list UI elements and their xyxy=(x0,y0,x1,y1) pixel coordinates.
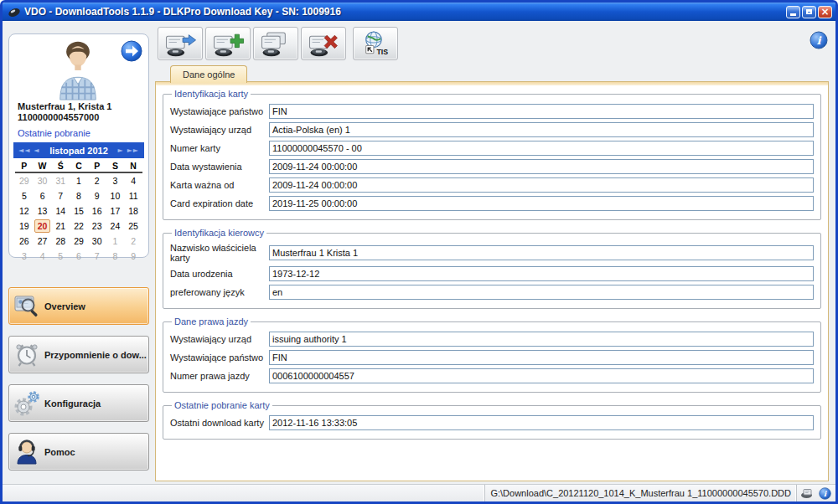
field-row: Nazwisko właściciela karty xyxy=(170,243,814,263)
window-title: VDO - DownloadTools 1.1.9 - DLKPro Downl… xyxy=(24,6,786,18)
field-row: Numer karty xyxy=(170,141,814,156)
calendar-day[interactable]: 1 xyxy=(107,234,124,248)
svg-text:TIS: TIS xyxy=(376,47,388,55)
calendar-day[interactable]: 21 xyxy=(52,219,69,233)
sidebar-button-konfiguracja[interactable]: Konfiguracja xyxy=(8,384,149,422)
field-input[interactable] xyxy=(269,159,814,174)
calendar-next-year-button[interactable]: ►► xyxy=(126,147,141,154)
calendar-day[interactable]: 25 xyxy=(125,219,142,233)
calendar-day-header: C xyxy=(70,159,88,173)
calendar-day[interactable]: 31 xyxy=(52,174,69,188)
field-label: Data urodzenia xyxy=(170,269,269,279)
minimize-button[interactable] xyxy=(786,6,800,18)
calendar-day[interactable]: 10 xyxy=(107,189,124,203)
calendar-day[interactable]: 15 xyxy=(70,204,87,218)
headset-person-icon xyxy=(9,438,44,466)
calendar-day[interactable]: 2 xyxy=(125,234,142,248)
tis-web-button[interactable]: TIS xyxy=(353,27,398,60)
calendar-day[interactable]: 30 xyxy=(89,234,106,248)
sidebar-button-pomoc[interactable]: Pomoc xyxy=(8,433,149,471)
maximize-button[interactable] xyxy=(802,6,816,18)
calendar-day[interactable]: 6 xyxy=(70,249,87,263)
field-input[interactable] xyxy=(269,285,814,300)
calendar-grid: PWŚCPSN293031123456789101112131415161718… xyxy=(13,158,144,265)
field-row: Wystawiające państwo xyxy=(170,104,814,119)
calendar-day[interactable]: 2 xyxy=(89,174,106,188)
close-button[interactable]: × xyxy=(818,6,832,18)
calendar-day[interactable]: 29 xyxy=(16,174,33,188)
field-input[interactable] xyxy=(269,245,814,260)
calendar-day[interactable]: 13 xyxy=(34,204,51,218)
open-driver-arrow-button[interactable] xyxy=(121,40,142,62)
calendar-day[interactable]: 23 xyxy=(89,219,106,233)
delete-card-button[interactable] xyxy=(301,27,346,60)
calendar-day[interactable]: 11 xyxy=(125,189,142,203)
driver-card-number: 1100000004557000 xyxy=(18,112,111,123)
sidebar-button-label: Overview xyxy=(44,301,85,311)
calendar-day[interactable]: 9 xyxy=(125,249,142,263)
field-row: Ostatni download karty xyxy=(170,415,814,430)
calendar-day[interactable]: 14 xyxy=(52,204,69,218)
field-input[interactable] xyxy=(269,415,814,430)
print-card-button[interactable] xyxy=(253,27,298,60)
calendar-day[interactable]: 7 xyxy=(52,189,69,203)
field-input[interactable] xyxy=(269,332,814,347)
calendar-day[interactable]: 24 xyxy=(107,219,124,233)
field-input[interactable] xyxy=(269,196,814,211)
download-key-icon xyxy=(800,487,814,499)
status-file-path: G:\Download\C_20121120_1014_K_Musterfrau… xyxy=(484,485,796,501)
calendar-day[interactable]: 19 xyxy=(16,219,33,233)
calendar-day[interactable]: 26 xyxy=(16,234,33,248)
calendar-day[interactable]: 3 xyxy=(16,249,33,263)
calendar-day[interactable]: 28 xyxy=(52,234,69,248)
field-input[interactable] xyxy=(269,350,814,365)
field-row: Wystawiający urząd xyxy=(170,122,814,137)
status-info-button[interactable]: i xyxy=(817,485,835,501)
sidebar-button-przypomnienie-o-dow[interactable]: Przypomnienie o dow... xyxy=(8,336,149,373)
calendar-next-month-button[interactable]: ► xyxy=(116,147,126,154)
calendar-prev-month-button[interactable]: ◄ xyxy=(32,147,41,154)
field-input[interactable] xyxy=(269,141,814,156)
calendar-day[interactable]: 29 xyxy=(70,234,87,248)
calendar-day[interactable]: 4 xyxy=(34,249,51,263)
field-row: Karta ważna od xyxy=(170,177,814,193)
calendar-day[interactable]: 9 xyxy=(89,189,106,203)
calendar-day[interactable]: 22 xyxy=(70,219,87,233)
globe-tis-icon: TIS xyxy=(359,30,392,58)
field-input[interactable] xyxy=(269,368,814,383)
add-card-button[interactable] xyxy=(205,27,251,60)
calendar-day[interactable]: 27 xyxy=(34,234,51,248)
calendar-prev-year-button[interactable]: ◄◄ xyxy=(17,147,32,154)
calendar-day[interactable]: 4 xyxy=(125,174,142,188)
calendar-header: ◄◄ ◄ listopad 2012 ► ►► xyxy=(13,142,144,158)
calendar-day[interactable]: 7 xyxy=(89,249,106,263)
section-legend: Identyfikacja karty xyxy=(172,89,251,99)
calendar-day[interactable]: 8 xyxy=(70,189,87,203)
calendar-day-header: W xyxy=(34,159,52,173)
sidebar-button-label: Konfiguracja xyxy=(44,399,101,409)
field-input[interactable] xyxy=(269,177,814,193)
section-dane-prawa-jazdy: Dane prawa jazdyWystawiający urządWystaw… xyxy=(163,316,821,393)
calendar-day[interactable]: 30 xyxy=(34,174,51,188)
download-card-button[interactable] xyxy=(158,27,203,60)
calendar-day[interactable]: 3 xyxy=(107,174,124,188)
sidebar-button-overview[interactable]: Overview xyxy=(8,287,149,325)
calendar-day[interactable]: 17 xyxy=(107,204,124,218)
field-input[interactable] xyxy=(269,122,814,137)
info-button[interactable]: i xyxy=(810,31,828,49)
calendar-selected-day[interactable]: 20 xyxy=(34,219,51,233)
calendar-day[interactable]: 16 xyxy=(89,204,106,218)
field-input[interactable] xyxy=(269,104,814,119)
calendar-day[interactable]: 5 xyxy=(16,189,33,203)
calendar-day[interactable]: 18 xyxy=(125,204,142,218)
field-input[interactable] xyxy=(269,266,814,281)
calendar-day[interactable]: 6 xyxy=(34,189,51,203)
calendar-day[interactable]: 12 xyxy=(16,204,33,218)
calendar-day[interactable]: 5 xyxy=(52,249,69,263)
last-download-link[interactable]: Ostatnie pobranie xyxy=(18,128,91,138)
field-row: Card expiration date xyxy=(170,196,814,211)
tab-dane-ogolne[interactable]: Dane ogólne xyxy=(170,65,247,83)
driver-name-block: Musterfrau 1, Krista 1 1100000004557000 xyxy=(18,101,111,123)
calendar-day[interactable]: 8 xyxy=(107,249,124,263)
calendar-day[interactable]: 1 xyxy=(70,174,87,188)
